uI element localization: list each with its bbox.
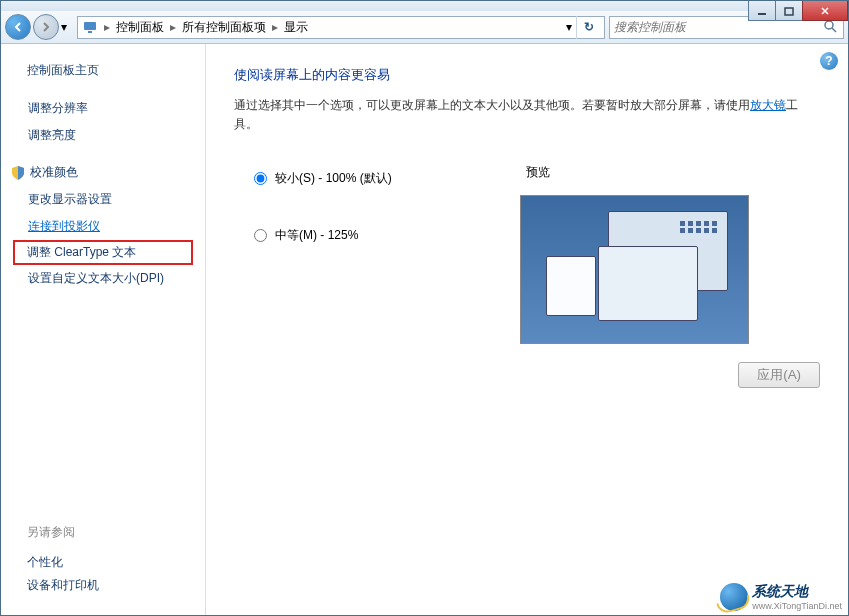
breadcrumb-all-items[interactable]: 所有控制面板项: [178, 19, 270, 36]
sidebar-item-label: 校准颜色: [30, 164, 78, 181]
control-panel-window: ▾ ▸ 控制面板 ▸ 所有控制面板项 ▸ 显示 ▾ ↻ 控制面板主页 调整分辨率…: [0, 0, 849, 616]
watermark-url: www.XiTongTianDi.net: [752, 601, 842, 611]
see-also-title: 另请参阅: [27, 524, 99, 541]
scaling-options: 较小(S) - 100% (默认) 中等(M) - 125%: [234, 164, 520, 278]
options-row: 较小(S) - 100% (默认) 中等(M) - 125% 预览: [234, 164, 820, 388]
svg-point-6: [825, 21, 833, 29]
breadcrumb-control-panel[interactable]: 控制面板: [112, 19, 168, 36]
watermark-text: 系统天地: [752, 583, 842, 601]
display-icon: [82, 19, 98, 35]
navbar: ▾ ▸ 控制面板 ▸ 所有控制面板项 ▸ 显示 ▾ ↻: [1, 11, 848, 44]
sidebar-title[interactable]: 控制面板主页: [13, 62, 193, 79]
radio-label: 中等(M) - 125%: [275, 227, 358, 244]
radio-label: 较小(S) - 100% (默认): [275, 170, 392, 187]
watermark: 系统天地 www.XiTongTianDi.net: [720, 583, 842, 611]
sidebar-item-resolution[interactable]: 调整分辨率: [13, 95, 193, 122]
sidebar-item-projector[interactable]: 连接到投影仪: [13, 213, 193, 240]
magnifier-link[interactable]: 放大镜: [750, 98, 786, 112]
sidebar-item-brightness[interactable]: 调整亮度: [13, 122, 193, 149]
window-controls: [749, 1, 848, 21]
sidebar: 控制面板主页 调整分辨率 调整亮度 校准颜色 更改显示器设置 连接到投影仪 调整…: [1, 44, 206, 615]
radio-medium[interactable]: 中等(M) - 125%: [234, 221, 520, 250]
titlebar: [1, 1, 848, 11]
main-panel: ? 使阅读屏幕上的内容更容易 通过选择其中一个选项，可以更改屏幕上的文本大小以及…: [206, 44, 848, 615]
nav-back-button[interactable]: [5, 14, 31, 40]
svg-rect-5: [88, 31, 92, 33]
svg-rect-4: [84, 22, 96, 30]
shield-icon: [10, 165, 26, 181]
preview-label: 预览: [520, 164, 820, 181]
radio-medium-input[interactable]: [254, 229, 267, 242]
sidebar-item-calibrate-color[interactable]: 校准颜色: [13, 159, 193, 186]
radio-smaller[interactable]: 较小(S) - 100% (默认): [234, 164, 520, 193]
body: 控制面板主页 调整分辨率 调整亮度 校准颜色 更改显示器设置 连接到投影仪 调整…: [1, 44, 848, 615]
sidebar-item-cleartype[interactable]: 调整 ClearType 文本: [13, 240, 193, 265]
refresh-button[interactable]: ↻: [576, 16, 600, 39]
close-button[interactable]: [802, 1, 848, 21]
see-also-personalization[interactable]: 个性化: [27, 551, 99, 574]
help-button[interactable]: ?: [820, 52, 838, 70]
preview-image: [520, 195, 749, 344]
radio-smaller-input[interactable]: [254, 172, 267, 185]
address-bar[interactable]: ▸ 控制面板 ▸ 所有控制面板项 ▸ 显示 ▾ ↻: [77, 16, 605, 39]
search-input[interactable]: [614, 20, 823, 34]
nav-forward-button[interactable]: [33, 14, 59, 40]
maximize-button[interactable]: [775, 1, 803, 21]
sidebar-item-custom-dpi[interactable]: 设置自定义文本大小(DPI): [13, 265, 193, 292]
search-icon[interactable]: [823, 19, 839, 36]
minimize-button[interactable]: [748, 1, 776, 21]
desc-text: 通过选择其中一个选项，可以更改屏幕上的文本大小以及其他项。若要暂时放大部分屏幕，…: [234, 98, 750, 112]
see-also-devices-printers[interactable]: 设备和打印机: [27, 574, 99, 597]
preview-column: 预览 应用(A): [520, 164, 820, 388]
address-dropdown[interactable]: ▾: [562, 20, 576, 34]
page-title: 使阅读屏幕上的内容更容易: [234, 66, 820, 84]
nav-history-dropdown[interactable]: ▾: [61, 20, 73, 34]
sidebar-item-display-settings[interactable]: 更改显示器设置: [13, 186, 193, 213]
watermark-icon: [720, 583, 748, 611]
breadcrumb-display[interactable]: 显示: [280, 19, 312, 36]
svg-line-7: [832, 28, 836, 32]
apply-button[interactable]: 应用(A): [738, 362, 820, 388]
page-description: 通过选择其中一个选项，可以更改屏幕上的文本大小以及其他项。若要暂时放大部分屏幕，…: [234, 96, 820, 134]
svg-rect-1: [785, 8, 793, 15]
sidebar-see-also: 另请参阅 个性化 设备和打印机: [27, 524, 99, 597]
